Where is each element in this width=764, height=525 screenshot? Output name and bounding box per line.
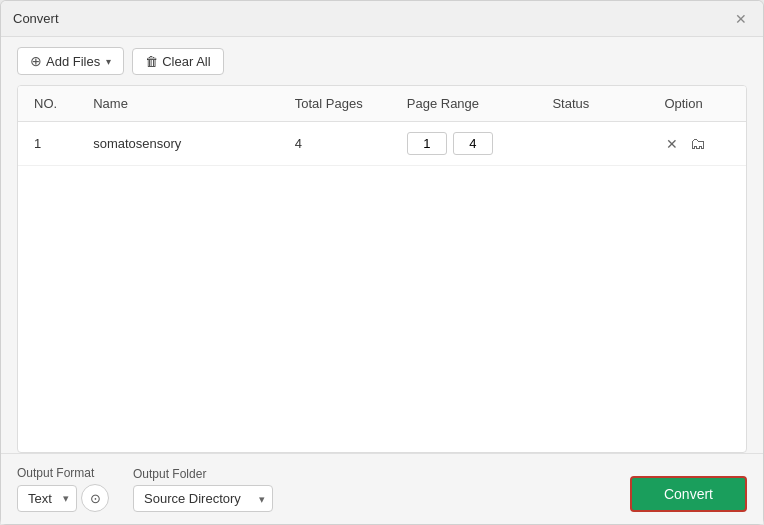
output-folder-select[interactable]: Source Directory <box>133 485 273 512</box>
toolbar: ⊕ Add Files ▾ 🗑 Clear All <box>1 37 763 85</box>
clear-all-label: Clear All <box>162 54 210 69</box>
output-format-select[interactable]: Text <box>17 485 77 512</box>
table-header-row: NO. Name Total Pages Page Range Status O… <box>18 86 746 122</box>
col-header-option: Option <box>656 86 746 122</box>
add-files-button[interactable]: ⊕ Add Files ▾ <box>17 47 124 75</box>
footer: Output Format Text ⊙ Output Folder Sourc… <box>1 453 763 524</box>
col-header-name: Name <box>85 86 287 122</box>
clear-all-button[interactable]: 🗑 Clear All <box>132 48 223 75</box>
window-title: Convert <box>13 11 59 26</box>
output-folder-section: Output Folder Source Directory <box>133 467 273 512</box>
cell-total-pages: 4 <box>287 122 399 166</box>
output-format-label: Output Format <box>17 466 109 480</box>
file-table: NO. Name Total Pages Page Range Status O… <box>18 86 746 166</box>
close-button[interactable]: ✕ <box>731 8 751 30</box>
col-header-status: Status <box>544 86 656 122</box>
cell-option: ✕ 🗂 <box>656 122 746 166</box>
add-files-label: Add Files <box>46 54 100 69</box>
trash-icon: 🗑 <box>145 54 158 69</box>
page-start-input[interactable] <box>407 132 447 155</box>
chevron-down-icon: ▾ <box>106 56 111 67</box>
output-format-section: Output Format Text ⊙ <box>17 466 109 512</box>
cell-no: 1 <box>18 122 85 166</box>
output-folder-label: Output Folder <box>133 467 273 481</box>
output-folder-control: Source Directory <box>133 485 273 512</box>
folder-row-button[interactable]: 🗂 <box>688 133 708 155</box>
cell-page-range <box>399 122 545 166</box>
table-row: 1 somatosensory 4 ✕ 🗂 <box>18 122 746 166</box>
output-folder-select-wrapper: Source Directory <box>133 485 273 512</box>
title-bar: Convert ✕ <box>1 1 763 37</box>
col-header-total-pages: Total Pages <box>287 86 399 122</box>
page-end-input[interactable] <box>453 132 493 155</box>
col-header-no: NO. <box>18 86 85 122</box>
convert-button[interactable]: Convert <box>630 476 747 512</box>
cell-name: somatosensory <box>85 122 287 166</box>
settings-button[interactable]: ⊙ <box>81 484 109 512</box>
file-table-container: NO. Name Total Pages Page Range Status O… <box>17 85 747 453</box>
output-format-select-wrapper: Text <box>17 485 77 512</box>
remove-row-button[interactable]: ✕ <box>664 134 680 154</box>
plus-icon: ⊕ <box>30 53 42 69</box>
output-format-control: Text ⊙ <box>17 484 109 512</box>
col-header-page-range: Page Range <box>399 86 545 122</box>
convert-window: Convert ✕ ⊕ Add Files ▾ 🗑 Clear All NO. … <box>0 0 764 525</box>
cell-status <box>544 122 656 166</box>
settings-icon: ⊙ <box>90 491 101 506</box>
